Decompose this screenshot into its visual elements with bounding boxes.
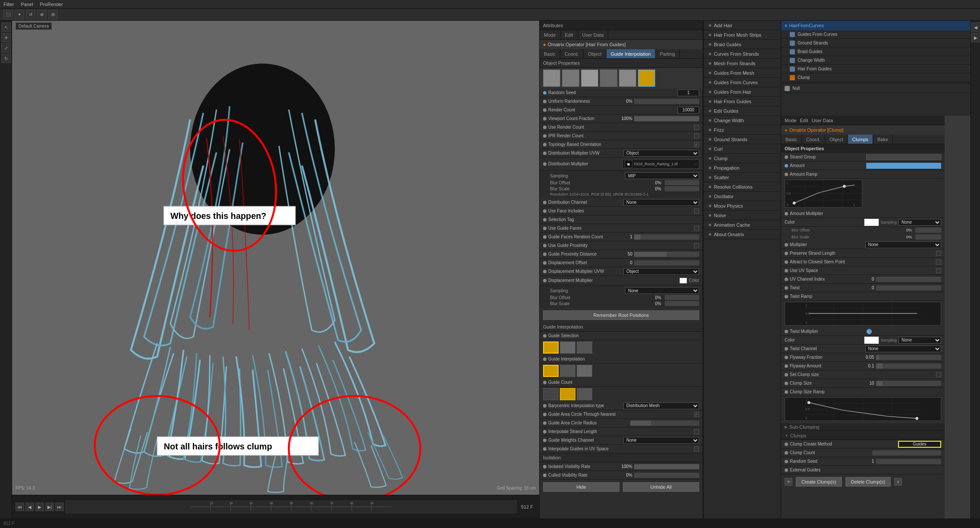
node-ground-strands[interactable]: Ground Strands xyxy=(781,39,971,47)
select-multiplier[interactable]: None xyxy=(865,241,942,248)
node-change-width[interactable]: Change Width xyxy=(781,56,971,65)
cb-interpolate-strand-len[interactable] xyxy=(694,429,699,434)
cb-preserve-strand-len[interactable] xyxy=(936,251,941,256)
cb-attract-closest-stem[interactable] xyxy=(936,259,941,265)
tool-scale[interactable]: ⤢ xyxy=(1,43,11,53)
toolbar-btn-2[interactable]: ✦ xyxy=(15,10,24,19)
toolbar-btn-3[interactable]: ↺ xyxy=(26,10,35,19)
btn-unhide-all[interactable]: Unhide All xyxy=(623,482,699,492)
slider-disp-blur-scale[interactable] xyxy=(665,301,699,306)
clump-tab-coord[interactable]: Coord. xyxy=(802,135,825,144)
toolbar-btn-1[interactable]: ⬛ xyxy=(3,10,13,19)
tool-rotate[interactable]: ↻ xyxy=(1,54,11,63)
menu-about-omatrix[interactable]: About Omatrix xyxy=(704,230,781,239)
menu-scatter[interactable]: Scatter xyxy=(704,173,781,182)
btn-delete-clump[interactable]: Delete Clump(s) xyxy=(845,477,891,487)
slider-clump-count[interactable] xyxy=(872,450,941,455)
select-sampling-color2[interactable]: None xyxy=(898,337,941,344)
dist-mult-opts[interactable]: ··· xyxy=(694,162,697,166)
slider-clump-random-seed[interactable] xyxy=(876,459,942,464)
guide-thumb-3[interactable] xyxy=(577,341,592,354)
slider-uniform-randomness[interactable] xyxy=(634,99,699,104)
slider-culled-visibility[interactable] xyxy=(634,473,699,478)
btn-prev[interactable]: ◀ xyxy=(25,503,34,511)
slider-flyaway-fraction[interactable] xyxy=(876,355,942,360)
btn-end[interactable]: ⏭ xyxy=(55,503,64,511)
btn-remember-root[interactable]: Remember Root Positions xyxy=(543,310,699,320)
menu-frizz[interactable]: Frizz xyxy=(704,125,781,135)
menu-prorender[interactable]: ProRender xyxy=(40,2,63,7)
disp-mult-color-swatch[interactable] xyxy=(679,278,687,284)
guide-thumb-1[interactable] xyxy=(543,341,559,354)
menu-hair-from-guides[interactable]: Hair From Guides xyxy=(704,97,781,106)
clump-panel-edit[interactable]: Edit xyxy=(800,118,808,123)
slider-twist[interactable] xyxy=(876,285,942,291)
clump-scrollable[interactable]: Object Properties Strand Group Amount xyxy=(781,144,945,519)
color-swatch-1[interactable] xyxy=(864,218,879,226)
cb-use-render-count[interactable] xyxy=(694,125,699,130)
color-swatch-2[interactable] xyxy=(864,336,879,344)
input-render-count[interactable] xyxy=(678,107,699,114)
btn-start[interactable]: ⏮ xyxy=(16,503,24,511)
menu-ground-strands[interactable]: Ground Strands xyxy=(704,135,781,144)
guide-interp-thumb-3[interactable] xyxy=(577,365,592,377)
menu-noise[interactable]: Noise xyxy=(704,211,781,220)
toolbar-btn-5[interactable]: ⊞ xyxy=(48,10,58,19)
menu-mesh-from-strands[interactable]: Mesh From Strands xyxy=(704,59,781,68)
input-random-seed[interactable] xyxy=(678,89,699,96)
clump-tab-bake[interactable]: Bake xyxy=(873,135,893,144)
menu-curl[interactable]: Curl xyxy=(704,144,781,154)
guide-count-thumb-2[interactable] xyxy=(560,388,575,400)
slider-clump-size[interactable] xyxy=(876,381,942,386)
select-sampling[interactable]: MIP xyxy=(625,172,699,179)
select-disp-mult-uvw[interactable]: Object xyxy=(623,268,699,275)
slider-isolated-visibility[interactable] xyxy=(634,464,699,469)
btn-hide[interactable]: Hide xyxy=(543,482,619,492)
slider-flyaway-amount[interactable] xyxy=(876,364,942,369)
tex-thumb-2[interactable] xyxy=(562,70,579,87)
slider-guide-area-radius[interactable] xyxy=(630,421,699,426)
menu-change-width[interactable]: Change Width xyxy=(704,116,781,125)
tab-mode[interactable]: Mode xyxy=(540,30,561,39)
select-dist-channel[interactable]: None xyxy=(623,199,699,206)
menu-guides-from-mesh[interactable]: Guides From Mesh xyxy=(704,68,781,78)
slider-uv-channel-index[interactable] xyxy=(876,277,942,282)
menu-propagation[interactable]: Propagation xyxy=(704,163,781,173)
clump-panel-userdata[interactable]: User Data xyxy=(812,118,833,123)
timeline-numbers[interactable]: 10 20 30 40 50 60 70 80 90 xyxy=(66,500,517,513)
node-clump[interactable]: Clump xyxy=(781,73,971,82)
tool-select[interactable]: ↖ xyxy=(1,22,11,32)
tex-thumb-3[interactable] xyxy=(581,70,598,87)
tex-thumb-1[interactable] xyxy=(543,70,560,87)
menu-edit-guides[interactable]: Edit Guides xyxy=(704,106,781,116)
guide-count-thumb-3[interactable] xyxy=(577,388,592,400)
menu-hair-mesh-strips[interactable]: Hair From Mesh Strips xyxy=(704,30,781,40)
btn-add-icon[interactable]: + xyxy=(785,478,792,486)
cb-set-clump-size[interactable] xyxy=(936,372,941,377)
slider-blur-offset[interactable] xyxy=(665,180,699,185)
menu-guides-from-hair[interactable]: Guides From Hair xyxy=(704,87,781,97)
slider-blur-scale-c1[interactable] xyxy=(915,234,941,240)
guide-interp-thumb-2[interactable] xyxy=(560,365,575,377)
menu-add-hair[interactable]: Add Hair xyxy=(704,21,781,30)
cb-use-uv-space[interactable] xyxy=(936,268,941,273)
slider-displacement-offset[interactable] xyxy=(634,260,699,266)
guide-count-thumb-1[interactable] xyxy=(543,388,559,400)
tex-thumb-4[interactable] xyxy=(600,70,617,87)
slider-disp-blur-offset[interactable] xyxy=(665,295,699,300)
tex-thumb-6[interactable] xyxy=(638,70,655,87)
cb-use-face-includes[interactable] xyxy=(694,209,699,214)
menu-oscillator[interactable]: Oscillator xyxy=(704,192,781,201)
tab-basic[interactable]: Basic xyxy=(540,49,560,58)
select-dist-mult-uvw[interactable]: Object xyxy=(623,150,699,157)
tab-edit[interactable]: Edit xyxy=(561,30,578,39)
tex-thumb-5[interactable] xyxy=(619,70,636,87)
amount-bar[interactable] xyxy=(866,163,942,169)
menu-guides-from-curves[interactable]: Guides From Curves xyxy=(704,78,781,87)
menu-animation-cache[interactable]: Animation Cache xyxy=(704,220,781,230)
clump-tab-clumps[interactable]: Clumps xyxy=(848,135,873,144)
btn-delete-icon[interactable]: × xyxy=(894,478,902,486)
select-twist-channel[interactable]: None xyxy=(865,345,942,352)
cb-use-guide-faces[interactable] xyxy=(694,226,699,231)
clump-tab-object[interactable]: Object xyxy=(825,135,848,144)
